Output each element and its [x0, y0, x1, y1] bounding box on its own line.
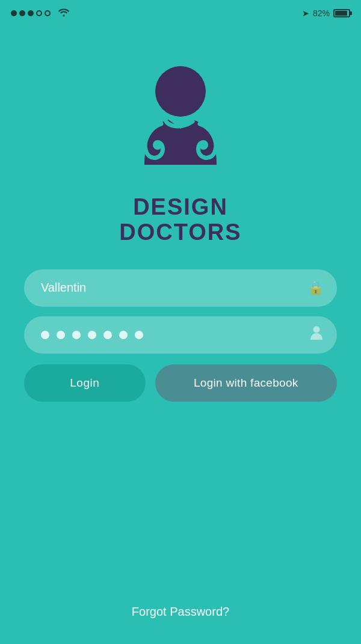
status-left — [11, 7, 70, 20]
buttons-row: Login Login with facebook — [24, 364, 337, 402]
svg-point-0 — [155, 66, 206, 117]
password-dots-display — [24, 331, 143, 339]
pass-dot-6 — [119, 331, 128, 339]
form-section: 🔒 Login Login with facebook — [0, 269, 361, 402]
signal-dot-3 — [28, 10, 34, 16]
login-button[interactable]: Login — [24, 364, 146, 402]
logo-section: DESIGN DOCTORS — [0, 26, 361, 269]
pass-dot-5 — [103, 331, 112, 339]
username-wrapper: 🔒 — [24, 269, 337, 307]
battery-fill — [335, 11, 347, 16]
forgot-password-section: Forgot Password? — [0, 605, 361, 619]
signal-dot-1 — [11, 10, 17, 16]
pass-dot-4 — [88, 331, 96, 339]
svg-point-2 — [199, 140, 208, 150]
password-wrapper[interactable] — [24, 316, 337, 354]
status-right: ➤ 82% — [302, 8, 350, 18]
doctor-logo-icon — [114, 57, 247, 189]
brand-line2: DOCTORS — [119, 219, 241, 245]
signal-dot-5 — [45, 10, 51, 16]
lock-icon: 🔒 — [307, 280, 324, 296]
svg-point-1 — [153, 140, 162, 150]
signal-dot-4 — [36, 10, 42, 16]
facebook-login-button[interactable]: Login with facebook — [155, 364, 337, 402]
pass-dot-3 — [72, 331, 81, 339]
username-input[interactable] — [24, 269, 337, 307]
status-bar: ➤ 82% — [0, 0, 361, 26]
signal-dot-2 — [19, 10, 25, 16]
signal-indicator — [11, 10, 51, 16]
svg-point-3 — [313, 326, 320, 333]
wifi-icon — [57, 7, 70, 20]
brand-name: DESIGN DOCTORS — [119, 195, 241, 245]
forgot-password-link[interactable]: Forgot Password? — [132, 605, 229, 618]
brand-line1: DESIGN — [133, 194, 228, 219]
battery-percentage: 82% — [313, 8, 330, 18]
location-icon: ➤ — [302, 8, 309, 18]
pass-dot-7 — [135, 331, 143, 339]
pass-dot-1 — [41, 331, 49, 339]
pass-dot-2 — [57, 331, 65, 339]
user-icon — [309, 325, 324, 345]
battery-icon — [333, 9, 350, 17]
